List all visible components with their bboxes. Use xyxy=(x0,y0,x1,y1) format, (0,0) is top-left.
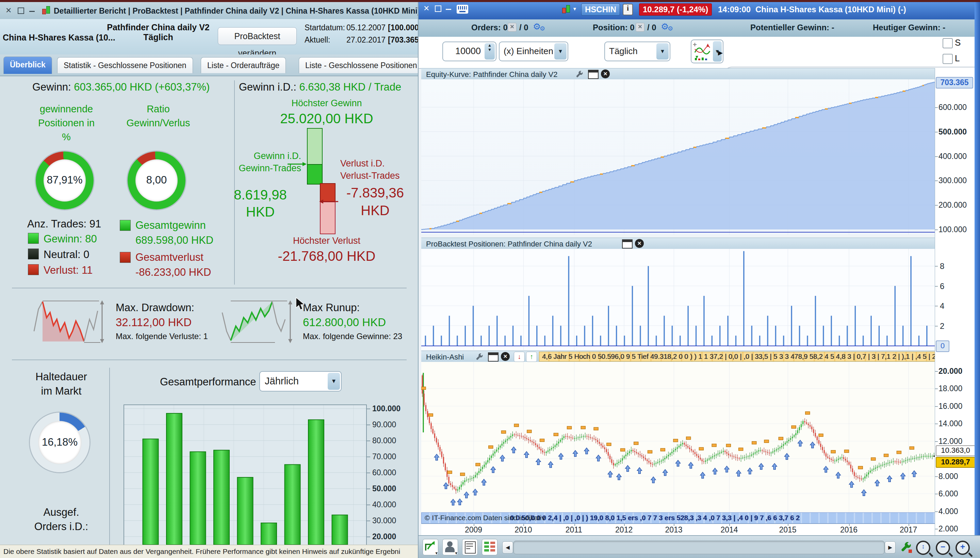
maximize-icon[interactable] xyxy=(18,8,24,14)
heikin-axis-label: 16.000 xyxy=(939,402,962,411)
tab-orderauftraege[interactable]: Liste - Orderaufträge xyxy=(201,57,286,73)
zoom-fit-icon[interactable]: ↕ xyxy=(916,541,930,555)
year-tick xyxy=(788,524,789,526)
wrench-icon[interactable] xyxy=(475,353,483,361)
close-icon[interactable]: ✕ xyxy=(423,4,429,13)
chevron-down-icon[interactable]: ▼ xyxy=(573,6,577,11)
expand-panel-icon[interactable]: ▶ xyxy=(718,49,723,56)
heikin-axis-label: 4.000 xyxy=(939,507,958,516)
positions-axis-label: 2 xyxy=(940,322,944,331)
candlestick-icon xyxy=(561,5,570,15)
chevron-down-icon[interactable]: ▼ xyxy=(656,43,669,59)
perf-axis-label: 100.000 xyxy=(372,404,401,413)
avg-win-arrow xyxy=(288,161,307,167)
tab-geschlossene[interactable]: Liste - Geschlossene Positionen xyxy=(299,57,419,73)
close-icon[interactable]: ✕ xyxy=(5,6,11,15)
year-tick xyxy=(674,524,674,526)
perf-axis-tick xyxy=(367,489,370,489)
positions-axis-tick xyxy=(935,286,938,287)
gewinn-value: 603.365,00 HKD (+603,37%) xyxy=(74,81,209,93)
close-panel-icon[interactable]: ✕ xyxy=(635,239,644,248)
close-position-icon[interactable]: ✕ xyxy=(636,23,645,32)
detach-window-icon[interactable] xyxy=(588,70,599,79)
gewinn-id-stat: Gewinn i.D.: 6.630,38 HKD / Trade xyxy=(239,81,401,93)
chevron-down-icon[interactable]: ▼ xyxy=(554,43,566,59)
stop-checkbox[interactable] xyxy=(942,38,953,48)
year-label: 2014 xyxy=(720,525,738,535)
positions-chart[interactable] xyxy=(421,249,935,350)
highest-loss-label: Höchster Verlust xyxy=(262,236,391,246)
tab-statistik[interactable]: Statistik - Geschlossene Positionen xyxy=(57,57,193,73)
buy-arrow-icon[interactable]: ↑ xyxy=(526,352,537,362)
perf-axis-tick xyxy=(367,473,370,473)
sell-arrow-icon[interactable]: ↓ xyxy=(514,352,525,362)
minimize-icon[interactable] xyxy=(29,11,35,12)
heikin-axis-label: 8.000 xyxy=(939,472,958,481)
detach-window-icon[interactable] xyxy=(488,352,499,361)
chart-type-icon: + xyxy=(693,41,710,61)
user-accounts-icon[interactable]: ▾ xyxy=(442,539,458,555)
green-wrench-icon[interactable] xyxy=(899,541,913,556)
cancel-orders-icon[interactable]: ✕ xyxy=(508,23,517,32)
holding-pct-value: 16,18% xyxy=(30,436,90,448)
edit-probacktest-button[interactable]: ProBacktest verändern xyxy=(218,27,297,45)
info-icon[interactable]: i xyxy=(623,4,633,15)
total-loss-label: Gesamtverlust xyxy=(136,251,203,264)
ratio-value: 8,00 xyxy=(128,174,185,186)
equity-axis-label: 100.000 xyxy=(939,225,967,234)
heikin-chart[interactable] xyxy=(421,362,935,512)
performance-period-select[interactable]: Jährlich ▼ xyxy=(259,371,342,392)
legend-neutral-label: Neutral: 0 xyxy=(44,248,89,261)
position-label: Position: 0 xyxy=(593,23,635,32)
close-panel-icon[interactable]: ✕ xyxy=(601,69,610,78)
orderbook-icon[interactable] xyxy=(482,539,497,555)
positions-zero-box: 0 xyxy=(936,340,949,352)
performance-axis: 100.00090.00080.00070.00060.00050.00040.… xyxy=(367,404,418,545)
spinner-buttons[interactable]: ▲▼ xyxy=(484,43,495,59)
start-date-label: Startdatum: xyxy=(304,23,345,32)
detach-chart-icon[interactable]: ▾ xyxy=(423,539,438,555)
chart-bottom-toolbar: ▾ ▾ ◀ ▶ ↕ xyxy=(419,535,980,558)
units-select[interactable]: (x) Einheiten ▼ xyxy=(499,41,568,61)
bottom-divider xyxy=(109,368,110,545)
equity-axis-tick xyxy=(935,230,938,230)
perf-axis-label: 90.000 xyxy=(372,420,396,429)
year-tick xyxy=(574,524,575,526)
ohlc-info-strip: 4,6 Jahr 5 Hoch 0 50.596,0 9 5 Tief 49.3… xyxy=(539,352,937,361)
tab-ueberblick[interactable]: Überblick xyxy=(3,56,52,74)
close-panel-icon[interactable]: ✕ xyxy=(501,352,510,361)
year-tick xyxy=(849,524,850,526)
zoom-in-icon[interactable]: + xyxy=(955,541,970,555)
timeframe-select[interactable]: Täglich ▼ xyxy=(604,41,670,61)
performance-chart[interactable] xyxy=(124,404,367,545)
perf-axis-tick xyxy=(367,425,370,425)
wrench-icon[interactable] xyxy=(575,70,583,78)
scroll-right-button[interactable]: ▶ xyxy=(885,541,896,553)
candlestick-icon xyxy=(41,5,51,16)
heikin-axis-tick xyxy=(935,423,938,424)
position-gear-icon-small[interactable]: ⚙ xyxy=(668,25,673,32)
chart-scrollbar[interactable] xyxy=(513,541,885,554)
zoom-out-icon[interactable]: − xyxy=(936,541,950,555)
equity-chart[interactable] xyxy=(421,79,935,235)
heikin-axis-tick xyxy=(935,529,938,529)
year-label: 2011 xyxy=(566,525,582,535)
quantity-stepper[interactable]: 10000 ▲▼ xyxy=(442,41,496,61)
minimize-icon[interactable] xyxy=(446,9,451,10)
limit-checkbox[interactable] xyxy=(942,54,953,64)
equity-axis-label: 400.000 xyxy=(939,152,967,161)
perf-axis-tick xyxy=(367,409,370,409)
symbol-box[interactable]: HSCHIN xyxy=(581,3,620,16)
workspace-icon[interactable] xyxy=(456,5,468,14)
news-icon[interactable] xyxy=(462,539,478,555)
heikin-axis-label: 6.000 xyxy=(939,489,958,499)
scroll-left-button[interactable]: ◀ xyxy=(502,541,513,553)
perf-axis-label: 70.000 xyxy=(372,452,396,461)
orders-gear-icon-small[interactable]: ⚙ xyxy=(540,25,545,32)
year-label: 2012 xyxy=(615,525,633,535)
legend-loss-label: Verlust: 11 xyxy=(44,264,93,276)
chevron-down-icon[interactable]: ▼ xyxy=(328,373,340,390)
heikin-axis-label: 18.000 xyxy=(939,384,962,393)
maximize-icon[interactable] xyxy=(435,5,441,12)
detach-window-icon[interactable] xyxy=(622,240,633,248)
